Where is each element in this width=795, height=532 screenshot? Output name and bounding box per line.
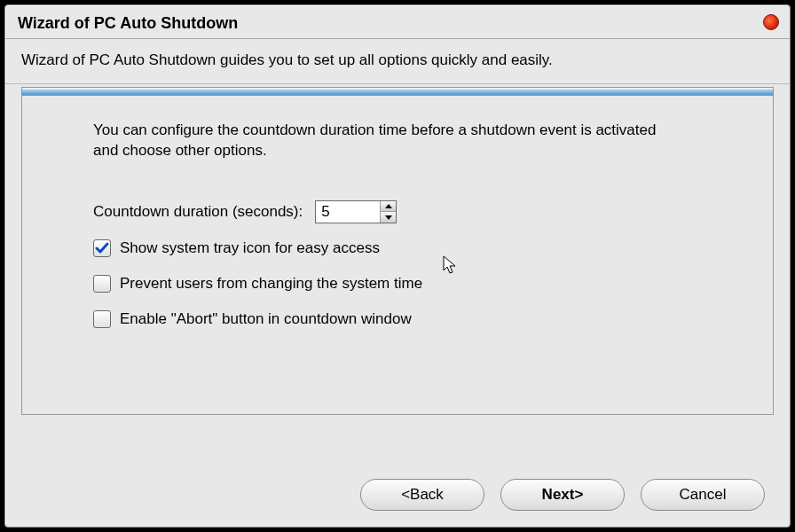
content-panel: You can configure the countdown duration… [21, 87, 774, 415]
option-abort-button: Enable "Abort" button in countdown windo… [93, 310, 737, 328]
titlebar: Wizard of PC Auto Shutdown [5, 5, 790, 39]
subtitle-text: Wizard of PC Auto Shutdown guides you to… [21, 51, 774, 69]
close-icon[interactable] [763, 14, 779, 30]
countdown-input[interactable] [316, 201, 380, 223]
checkbox-prevent-time[interactable] [93, 275, 111, 293]
option-prevent-time-label: Prevent users from changing the system t… [120, 275, 422, 293]
option-abort-button-label: Enable "Abort" button in countdown windo… [120, 310, 412, 328]
option-tray-icon-label: Show system tray icon for easy access [120, 239, 380, 257]
panel-description: You can configure the countdown duration… [93, 121, 661, 161]
countdown-spinner[interactable] [315, 200, 397, 223]
next-button[interactable]: Next> [500, 479, 625, 511]
spinner-down-button[interactable] [381, 212, 396, 223]
back-button[interactable]: <Back [360, 479, 484, 511]
countdown-label: Countdown duration (seconds): [93, 203, 303, 221]
cancel-button[interactable]: Cancel [641, 479, 765, 511]
checkbox-abort-button[interactable] [93, 310, 111, 328]
chevron-up-icon [385, 204, 392, 208]
panel-header-strip [21, 87, 774, 96]
chevron-down-icon [385, 215, 392, 220]
option-tray-icon: Show system tray icon for easy access [93, 239, 737, 257]
wizard-window: Wizard of PC Auto Shutdown Wizard of PC … [4, 4, 791, 528]
subtitle-area: Wizard of PC Auto Shutdown guides you to… [5, 39, 790, 84]
checkbox-tray-icon[interactable] [93, 239, 111, 257]
option-prevent-time: Prevent users from changing the system t… [93, 275, 737, 293]
spinner-buttons [380, 201, 396, 223]
spinner-up-button[interactable] [381, 201, 396, 213]
countdown-row: Countdown duration (seconds): [93, 200, 737, 223]
window-title: Wizard of PC Auto Shutdown [18, 14, 238, 32]
checkmark-icon [95, 241, 109, 255]
button-bar: <Back Next> Cancel [360, 479, 765, 511]
